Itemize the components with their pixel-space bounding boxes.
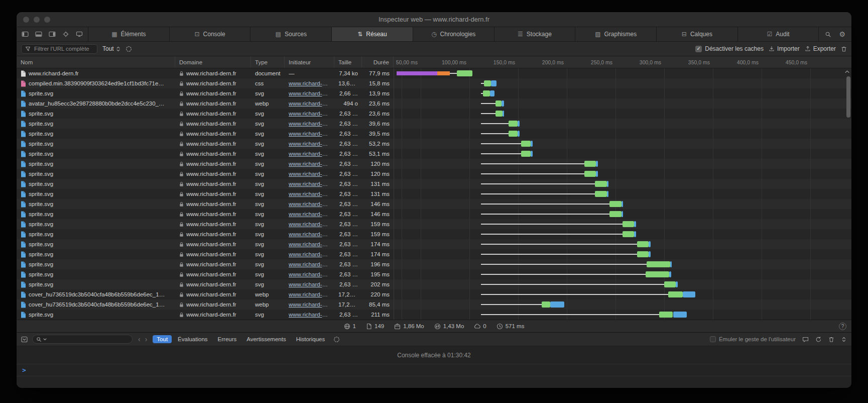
console-filter-options-icon[interactable] [333,336,340,343]
zoom-button[interactable] [44,17,50,23]
network-request-row[interactable]: sprite.svgwww.richard-dern.frsvgwww.rich… [17,219,851,229]
network-request-row[interactable]: sprite.svgwww.richard-dern.frsvgwww.rich… [17,129,851,139]
request-initiator-link[interactable]: www.richard-d… [289,281,330,287]
forward-arrow-icon[interactable]: › [145,335,148,343]
network-request-row[interactable]: sprite.svgwww.richard-dern.frsvgwww.rich… [17,109,851,119]
request-initiator-link[interactable]: www.richard-d… [289,211,330,217]
tab-stockage[interactable]: ☰Stockage [494,27,576,41]
clear-network-trash-icon[interactable] [841,46,847,52]
console-messages-icon[interactable] [802,336,809,343]
console-panel-icon[interactable] [21,336,28,343]
column-header-type[interactable]: Type [251,56,285,68]
network-request-row[interactable]: sprite.svgwww.richard-dern.frsvgwww.rich… [17,199,851,209]
network-request-row[interactable]: compiled.min.38390909f303624ed9e1cf1bd3f… [17,78,851,88]
network-request-row[interactable]: sprite.svgwww.richard-dern.frsvgwww.rich… [17,189,851,199]
network-request-row[interactable]: sprite.svgwww.richard-dern.frsvgwww.rich… [17,209,851,219]
tab-audit[interactable]: ☑Audit [738,27,819,41]
element-picker-icon[interactable] [62,31,69,37]
column-header-name[interactable]: Nom [17,56,175,68]
request-initiator-link[interactable]: www.richard-d… [289,181,330,187]
import-button[interactable]: Importer [769,45,800,52]
url-filter-field[interactable] [21,44,97,54]
vertical-scrollbar[interactable] [846,76,850,319]
device-preview-icon[interactable] [76,31,83,37]
scroll-up-chevron-icon[interactable] [844,70,850,74]
close-button[interactable] [23,17,29,23]
console-tab-avertissements[interactable]: Avertissements [242,335,290,343]
dock-left-icon[interactable] [22,31,29,37]
clear-console-trash-icon[interactable] [828,336,834,343]
request-initiator-link[interactable]: www.richard-d… [289,271,330,277]
settings-gear-icon[interactable]: ⚙ [839,30,845,38]
network-request-row[interactable]: avatar_hu85ecc3e298728880b0bde2dcc4e5c23… [17,98,851,109]
request-initiator-link[interactable]: www.richard-d… [289,261,330,267]
request-initiator-link[interactable]: www.richard-d… [289,201,330,207]
network-request-row[interactable]: sprite.svgwww.richard-dern.frsvgwww.rich… [17,119,851,129]
emulate-user-gesture-checkbox[interactable]: Émuler le geste de l'utilisateur [710,336,796,342]
request-initiator-link[interactable]: www.richard-d… [289,90,330,96]
column-header-dur[interactable]: Durée [362,56,394,68]
tab-chronologies[interactable]: ◷Chronologies [413,27,494,41]
resource-type-select[interactable]: Tout [102,45,120,52]
request-initiator-link[interactable]: www.richard-d… [289,301,330,308]
request-initiator-link[interactable]: www.richard-d… [289,100,330,107]
network-request-row[interactable]: sprite.svgwww.richard-dern.frsvgwww.rich… [17,249,851,259]
request-initiator-link[interactable]: www.richard-d… [289,312,330,318]
search-icon[interactable] [825,31,831,38]
network-request-row[interactable]: cover_hu736519dc3b5040cfa48b6b559b6de6ec… [17,299,851,310]
console-tab-historiques[interactable]: Historiques [292,335,329,343]
dock-right-icon[interactable] [49,31,56,37]
network-request-row[interactable]: sprite.svgwww.richard-dern.frsvgwww.rich… [17,88,851,98]
export-button[interactable]: Exporter [805,45,836,52]
console-tab-evaluations[interactable]: Évaluations [174,335,211,343]
network-request-row[interactable]: sprite.svgwww.richard-dern.frsvgwww.rich… [17,310,851,320]
network-request-row[interactable]: sprite.svgwww.richard-dern.frsvgwww.rich… [17,259,851,269]
network-request-row[interactable]: sprite.svgwww.richard-dern.frsvgwww.rich… [17,239,851,249]
request-initiator-link[interactable]: www.richard-d… [289,161,330,167]
console-tab-erreurs[interactable]: Erreurs [214,335,241,343]
column-header-size[interactable]: Taille [334,56,362,68]
tab-elements[interactable]: ▦Éléments [88,27,170,41]
network-request-row[interactable]: sprite.svgwww.richard-dern.frsvgwww.rich… [17,179,851,189]
tab-reseau[interactable]: ⇅Réseau [332,27,413,41]
network-request-row[interactable]: www.richard-dern.frwww.richard-dern.frdo… [17,68,851,78]
back-arrow-icon[interactable]: ‹ [138,335,141,343]
disable-caches-checkbox[interactable]: ✓ Désactiver les caches [695,45,764,52]
scrollbar-thumb[interactable] [846,76,850,118]
request-initiator-link[interactable]: www.richard-d… [289,171,330,177]
console-prompt[interactable]: > [17,364,851,376]
request-initiator-link[interactable]: www.richard-d… [289,251,330,257]
url-filter-input[interactable] [33,45,93,52]
tab-graphismes[interactable]: ▨Graphismes [575,27,657,41]
request-initiator-link[interactable]: www.richard-d… [289,221,330,227]
column-header-domain[interactable]: Domaine [175,56,251,68]
expand-console-icon[interactable] [841,336,847,343]
request-initiator-link[interactable]: www.richard-d… [289,191,330,197]
console-search-field[interactable] [32,335,133,344]
network-request-row[interactable]: sprite.svgwww.richard-dern.frsvgwww.rich… [17,269,851,279]
request-initiator-link[interactable]: www.richard-d… [289,241,330,247]
tab-console[interactable]: ⊡Console [170,27,251,41]
filter-options-icon[interactable] [126,46,132,52]
network-request-row[interactable]: sprite.svgwww.richard-dern.frsvgwww.rich… [17,159,851,169]
network-request-row[interactable]: sprite.svgwww.richard-dern.frsvgwww.rich… [17,279,851,289]
help-button[interactable]: ? [839,323,846,330]
network-request-row[interactable]: sprite.svgwww.richard-dern.frsvgwww.rich… [17,229,851,239]
request-initiator-link[interactable]: www.richard-d… [289,131,330,137]
request-initiator-link[interactable]: www.richard-d… [289,121,330,127]
column-header-init[interactable]: Initiateur [285,56,334,68]
reload-icon[interactable] [815,336,822,343]
tab-calques[interactable]: ⊟Calques [657,27,738,41]
request-initiator-link[interactable]: www.richard-d… [289,291,330,297]
network-request-row[interactable]: sprite.svgwww.richard-dern.frsvgwww.rich… [17,149,851,159]
console-tab-tout[interactable]: Tout [153,335,172,343]
request-initiator-link[interactable]: www.richard-d… [289,151,330,157]
dock-bottom-icon[interactable] [35,31,42,37]
network-request-row[interactable]: sprite.svgwww.richard-dern.frsvgwww.rich… [17,139,851,149]
network-request-row[interactable]: cover_hu736519dc3b5040cfa48b6b559b6de6ec… [17,289,851,299]
request-initiator-link[interactable]: www.richard-d… [289,111,330,117]
request-initiator-link[interactable]: www.richard-d… [289,231,330,237]
minimize-button[interactable] [34,17,40,23]
network-request-row[interactable]: sprite.svgwww.richard-dern.frsvgwww.rich… [17,169,851,179]
request-initiator-link[interactable]: www.richard-d… [289,80,330,86]
